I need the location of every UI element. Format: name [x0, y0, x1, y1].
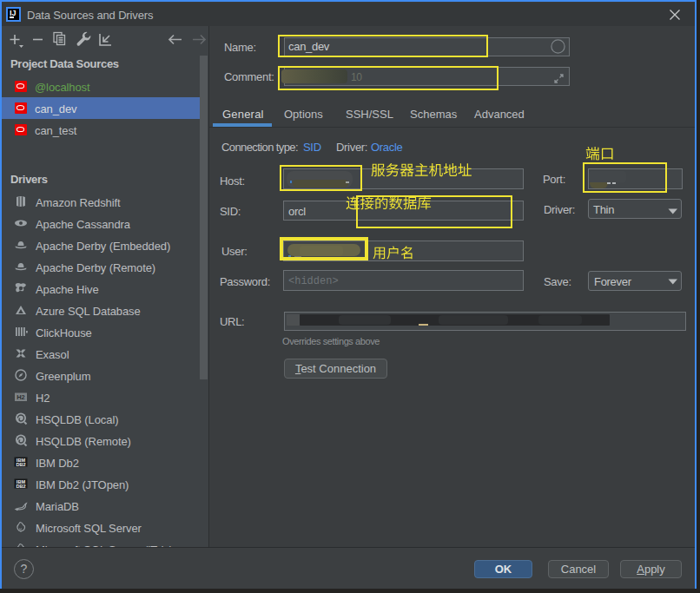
svg-text:DB2: DB2 [16, 462, 25, 467]
svg-text:H2: H2 [17, 393, 25, 401]
svg-text:DB2: DB2 [16, 484, 25, 489]
